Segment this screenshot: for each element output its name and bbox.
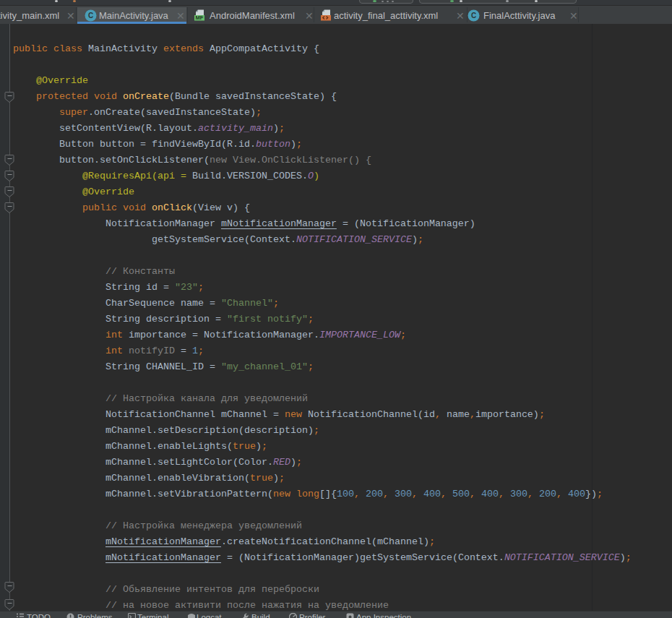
svg-text:C: C — [471, 12, 476, 20]
svg-text:MF: MF — [196, 14, 204, 21]
svg-text:C: C — [88, 12, 93, 20]
